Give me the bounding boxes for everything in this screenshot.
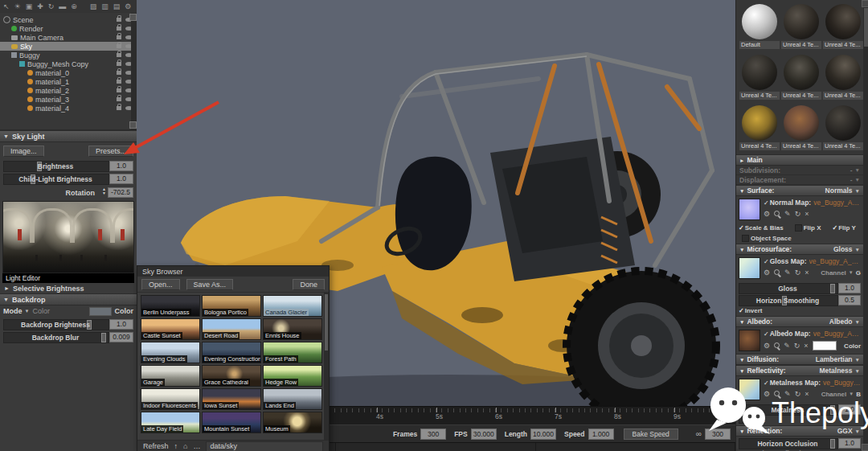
backdrop-brightness-slider[interactable]: Backdrop Brightness 1.0 [3, 319, 133, 330]
delete-icon[interactable]: ▤ [113, 2, 121, 10]
frames-value[interactable]: 300 [420, 428, 446, 440]
lock-icon[interactable] [117, 18, 121, 22]
add-icon[interactable]: ✚ [37, 2, 43, 10]
object-space-checkbox[interactable]: Object Space [742, 235, 792, 242]
home-icon[interactable]: ⌂ [183, 442, 187, 450]
material-thumb[interactable]: Unreal 4 Te... [823, 54, 863, 104]
horizon-occlusion-slider[interactable]: Horizon Occlusion 1.0 [739, 438, 861, 449]
backdrop-blur-value[interactable]: 0.009 [109, 332, 133, 342]
flip-y-checkbox[interactable]: ✓Flip Y [833, 224, 856, 232]
surface-mode-dropdown[interactable]: Normals [825, 187, 853, 195]
search-icon[interactable] [774, 342, 780, 349]
material-thumb[interactable]: Unreal 4 Te... [739, 105, 780, 154]
check-icon[interactable]: ✓ [764, 258, 769, 265]
material-thumb[interactable]: Unreal 4 Te... [781, 105, 821, 154]
channel-dropdown[interactable]: Channel ▼ B [821, 391, 861, 398]
more-icon[interactable]: … [193, 442, 200, 450]
microsurface-section-header[interactable]: ▼ Microsurface: Gloss ▼ [736, 244, 863, 255]
tree-item-material-1[interactable]: material_1 [0, 77, 137, 86]
done-button[interactable]: Done [293, 279, 325, 290]
sky-hdri-preview[interactable] [2, 201, 134, 273]
fps-value[interactable]: 30.000 [471, 428, 497, 440]
sky-thumb-forest-path[interactable]: Forest Path [263, 342, 322, 363]
reload-icon[interactable]: ↻ [795, 210, 801, 218]
albedo-mode-dropdown[interactable]: Albedo [829, 318, 853, 326]
brightness-slider[interactable]: Brightness 1.0 [3, 161, 133, 171]
tree-item-material-4[interactable]: material_4 [0, 104, 137, 113]
scale-bias-checkbox[interactable]: ✓Scale & Bias [739, 224, 784, 232]
tree-item-sky[interactable]: Sky [0, 42, 137, 51]
sky-thumb-ennis-house[interactable]: Ennis House [263, 318, 322, 340]
save-as-button[interactable]: Save As... [186, 279, 234, 290]
metalness-value[interactable]: 1.0 [838, 404, 861, 415]
material-thumb[interactable]: Unreal 4 Te... [781, 54, 821, 104]
lock-icon[interactable] [117, 62, 121, 66]
edit-icon[interactable]: ✎ [784, 210, 791, 218]
lock-icon[interactable] [117, 27, 121, 31]
lock-icon[interactable] [117, 106, 121, 110]
bake-speed-button[interactable]: Bake Speed [624, 428, 678, 440]
rotation-value[interactable]: -702.5 [108, 187, 133, 198]
check-icon[interactable]: ✓ [764, 379, 769, 387]
child-light-brightness-value[interactable]: 1.0 [109, 174, 133, 184]
clear-icon[interactable]: × [805, 269, 809, 277]
length-value[interactable]: 10.000 [530, 428, 556, 440]
displacement-row[interactable]: Displacement: - ▼ [736, 175, 863, 185]
search-icon[interactable] [774, 391, 780, 397]
folder-icon[interactable]: ▨ [90, 2, 97, 10]
clear-icon[interactable]: × [804, 342, 808, 350]
backdrop-color-swatch[interactable] [89, 307, 112, 316]
diffusion-mode-dropdown[interactable]: Lambertian [816, 355, 853, 363]
camera-icon[interactable]: ▣ [26, 2, 33, 10]
reflectivity-section-header[interactable]: ▼ Reflectivity: Metalness ▼ [736, 365, 863, 376]
gloss-value[interactable]: 1.0 [838, 283, 861, 293]
duplicate-icon[interactable]: ▥ [101, 2, 108, 10]
sky-thumb-grace-cathedral[interactable]: Grace Cathedral [202, 365, 261, 387]
rotate-icon[interactable]: ↻ [48, 2, 55, 10]
main-section-header[interactable]: ► Main [736, 154, 863, 166]
albedo-map-thumbnail[interactable] [739, 330, 760, 351]
surface-section-header[interactable]: ▼ Surface: Normals ▼ [736, 185, 863, 196]
sky-thumb-hedge-row[interactable]: Hedge Row [263, 365, 322, 387]
lock-icon[interactable] [117, 97, 121, 101]
horizon-smoothing-slider[interactable]: Horizon Smoothing 0.5 [739, 295, 861, 305]
sky-thumb-iowa-sunset[interactable]: Iowa Sunset [202, 388, 261, 410]
sky-thumb-indoor-fluorescents[interactable]: Indoor Fluorescents [141, 388, 200, 410]
path-field[interactable]: data/sky [206, 441, 323, 451]
lock-icon[interactable] [117, 80, 121, 84]
edit-icon[interactable]: ✎ [784, 390, 791, 398]
search-icon[interactable] [774, 269, 780, 276]
dropdown-arrow-icon[interactable]: ▼ [25, 309, 30, 314]
sky-thumb-berlin-underpass[interactable]: Berlin Underpass [141, 295, 200, 317]
gear-icon[interactable]: ⚙ [764, 210, 770, 218]
sky-browser-titlebar[interactable]: Sky Browser [137, 266, 329, 277]
metalness-map-thumbnail[interactable] [739, 379, 760, 400]
open-button[interactable]: Open... [141, 279, 180, 290]
sky-thumb-bologna-portico[interactable]: Bologna Portico [202, 295, 261, 317]
tree-scrollbar[interactable] [131, 13, 137, 129]
gloss-map-thumbnail[interactable] [739, 257, 760, 279]
light-icon[interactable]: ☀ [14, 2, 21, 10]
tree-item-material-2[interactable]: material_2 [0, 86, 137, 95]
selective-brightness-toggle[interactable]: ► Selective Brightness [0, 283, 137, 293]
link-icon[interactable]: ∞ [696, 429, 702, 438]
normal-map-thumbnail[interactable] [739, 199, 760, 220]
globe-icon[interactable]: ⊕ [71, 2, 77, 10]
gear-icon[interactable]: ⚙ [764, 390, 770, 398]
tree-item-buggy[interactable]: Buggy [0, 51, 137, 59]
child-light-brightness-slider[interactable]: Child-Light Brightness 1.0 [3, 174, 133, 184]
reflection-mode-dropdown[interactable]: GGX [837, 427, 853, 435]
presets-button[interactable]: Presets... [88, 146, 133, 157]
loop-value[interactable]: 300 [705, 428, 731, 440]
albedo-section-header[interactable]: ▼ Albedo: Albedo ▼ [736, 316, 863, 327]
gear-icon[interactable]: ⚙ [764, 269, 770, 277]
image-button[interactable]: Image... [3, 146, 44, 157]
rotation-stepper[interactable]: ▲▼ [102, 187, 106, 195]
gloss-slider[interactable]: Gloss 1.0 [739, 283, 861, 293]
search-icon[interactable] [774, 211, 780, 217]
backdrop-mode-value[interactable]: Color [32, 307, 50, 315]
backdrop-brightness-value[interactable]: 1.0 [109, 319, 133, 330]
material-thumb[interactable]: Unreal 4 Te... [823, 105, 863, 154]
material-thumb[interactable]: Unreal 4 Te... [781, 3, 821, 53]
check-icon[interactable]: ✓ [764, 330, 769, 338]
